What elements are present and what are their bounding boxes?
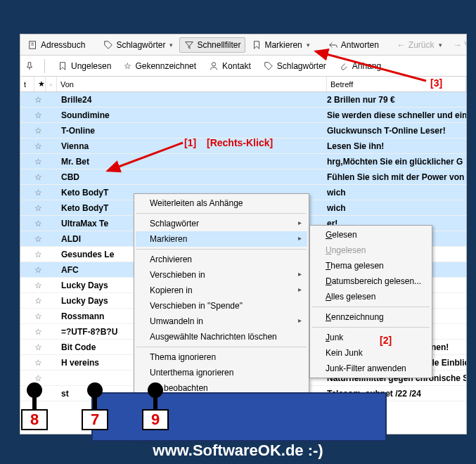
mark-submenu: Gelesen Ungelesen Thema gelesen Datumsbe… <box>309 225 432 378</box>
arrow-right-icon: → <box>454 40 462 50</box>
submenu-unread[interactable]: Ungelesen <box>311 243 430 258</box>
submenu-all-read[interactable]: Alles gelesen <box>311 289 430 304</box>
forward-button[interactable]: → Vo <box>449 37 467 53</box>
message-subject: hrg,Möchten Sie ein glücklicher G <box>327 157 466 167</box>
star-icon[interactable]: ☆ <box>20 296 46 306</box>
submenu-daterange-read[interactable]: Datumsbereich gelesen... <box>311 273 430 289</box>
filter-contact[interactable]: Kontakt <box>206 59 254 73</box>
menu-tags[interactable]: Schlagwörter▸ <box>136 216 307 231</box>
message-subject: Fühlen Sie sich mit der Power von <box>327 172 466 182</box>
submenu-junk[interactable]: Junk <box>311 330 430 345</box>
submenu-flag[interactable]: Kennzeichnung <box>311 309 430 325</box>
separator <box>136 249 307 250</box>
star-icon[interactable]: ☆ <box>20 327 46 337</box>
menu-forward-attachments[interactable]: Weiterleiten als Anhänge <box>136 195 307 211</box>
star-icon[interactable]: ☆ <box>20 358 46 368</box>
star-icon[interactable]: ☆ <box>20 250 46 259</box>
message-subject: 2 Brillen nur 79 € <box>327 95 466 105</box>
star-icon[interactable]: ☆ <box>20 281 46 290</box>
main-toolbar: Adressbuch Schlagwörter ▾ Schnellfilter … <box>20 34 466 56</box>
message-from: Vienna <box>46 141 327 151</box>
menu-ignore-thread[interactable]: Thema ignorieren <box>136 349 307 365</box>
svg-point-3 <box>212 62 215 65</box>
col-subject[interactable]: Betreff <box>327 77 466 91</box>
tag-icon <box>264 61 274 71</box>
message-from: T-Online <box>46 126 327 136</box>
submenu-thread-read[interactable]: Thema gelesen <box>311 258 430 273</box>
paperclip-icon <box>339 61 349 71</box>
message-from: Soundimine <box>46 110 327 120</box>
message-row[interactable]: ☆Brille242 Brillen nur 79 € <box>20 92 466 108</box>
filter-tags[interactable]: Schlagwörter <box>261 59 329 73</box>
mark-label: Markieren <box>264 40 302 50</box>
star-icon: ☆ <box>124 61 131 71</box>
tag-icon <box>103 40 113 50</box>
filter-attachment[interactable]: Anhang <box>336 59 384 73</box>
message-row[interactable]: ☆Mr. Bethrg,Möchten Sie ein glücklicher … <box>20 154 466 169</box>
submenu-junk-filter[interactable]: Junk-Filter anwenden <box>311 361 430 376</box>
message-from: CBD <box>46 172 327 182</box>
reply-button[interactable]: Antworten <box>323 37 384 53</box>
star-icon[interactable]: ☆ <box>20 95 46 105</box>
menu-copy[interactable]: Kopieren in▸ <box>136 283 307 298</box>
star-icon[interactable]: ☆ <box>20 110 46 120</box>
separator <box>136 347 307 347</box>
star-icon[interactable]: ☆ <box>20 188 46 198</box>
menu-archive[interactable]: Archivieren <box>136 252 307 267</box>
col-from[interactable]: Von <box>57 77 327 91</box>
message-subject: wich <box>327 203 466 213</box>
star-icon[interactable]: ☆ <box>20 342 46 352</box>
menu-delete-selected[interactable]: Ausgewählte Nachrichten löschen <box>136 329 307 344</box>
message-row[interactable]: ☆ViennaLesen Sie ihn! <box>20 138 466 154</box>
message-row[interactable]: ☆SoundimineSie werden diese schneller un… <box>20 108 466 123</box>
menu-move-spende[interactable]: Verschieben in "Spende" <box>136 298 307 314</box>
reply-label: Antworten <box>341 40 379 50</box>
filter-flagged[interactable]: ☆ Gekennzeichnet <box>121 59 199 73</box>
chevron-down-icon: ▾ <box>169 41 173 49</box>
chevron-down-icon: ▾ <box>307 41 310 49</box>
star-icon[interactable]: ☆ <box>20 373 46 383</box>
star-icon[interactable]: ☆ <box>20 141 46 151</box>
filter-attachment-label: Anhang <box>352 61 381 71</box>
menu-ignore-subthread[interactable]: Unterthema ignorieren <box>136 365 307 380</box>
mark-button[interactable]: Markieren ▾ <box>247 37 314 53</box>
filter-unread[interactable]: Ungelesen <box>55 59 114 73</box>
column-headers: t ★ Von Betreff <box>20 77 466 92</box>
addressbook-label: Adressbuch <box>41 40 85 50</box>
message-row[interactable]: ☆CBDFühlen Sie sich mit der Power von <box>20 169 466 185</box>
bookmark-icon <box>252 40 262 50</box>
message-from: Brille24 <box>46 95 327 105</box>
star-icon[interactable]: ☆ <box>20 265 46 275</box>
reply-icon <box>328 40 338 50</box>
submenu-read[interactable]: Gelesen <box>311 227 430 243</box>
submenu-not-junk[interactable]: Kein Junk <box>311 345 430 361</box>
star-icon[interactable]: ☆ <box>20 219 46 228</box>
pin-icon[interactable] <box>25 61 34 71</box>
addressbook-icon <box>28 40 38 50</box>
filter-tags-label: Schlagwörter <box>277 61 326 71</box>
star-icon[interactable]: ☆ <box>20 234 46 244</box>
menu-mark[interactable]: Markieren▸ <box>136 231 307 247</box>
quickfilter-button[interactable]: Schnellfilter <box>179 37 245 53</box>
star-icon[interactable]: ☆ <box>20 126 46 136</box>
star-icon[interactable]: ☆ <box>20 172 46 182</box>
col-star[interactable]: ★ <box>34 77 46 91</box>
addressbook-button[interactable]: Adressbuch <box>23 37 90 53</box>
separator <box>312 307 430 307</box>
message-row[interactable]: ☆T-OnlineGluckwunsch T-Online Leser! <box>20 123 466 138</box>
menu-move[interactable]: Verschieben in▸ <box>136 267 307 283</box>
star-icon[interactable]: ☆ <box>20 311 46 321</box>
menu-convert[interactable]: Umwandeln in▸ <box>136 314 307 329</box>
col-thread[interactable]: t <box>20 77 34 91</box>
filter-icon <box>184 40 194 50</box>
star-icon[interactable]: ☆ <box>20 157 46 167</box>
filter-bar: Ungelesen ☆ Gekennzeichnet Kontakt Schla… <box>20 56 466 77</box>
back-button[interactable]: ← Zurück ▾ <box>392 37 447 53</box>
message-subject: Gluckwunsch T-Online Leser! <box>327 126 466 136</box>
col-attach[interactable] <box>46 77 57 91</box>
filter-contact-label: Kontakt <box>222 61 251 71</box>
tags-button[interactable]: Schlagwörter ▾ <box>98 37 178 53</box>
paperclip-icon <box>49 79 53 89</box>
chevron-right-icon: ▸ <box>298 270 302 278</box>
star-icon[interactable]: ☆ <box>20 203 46 213</box>
